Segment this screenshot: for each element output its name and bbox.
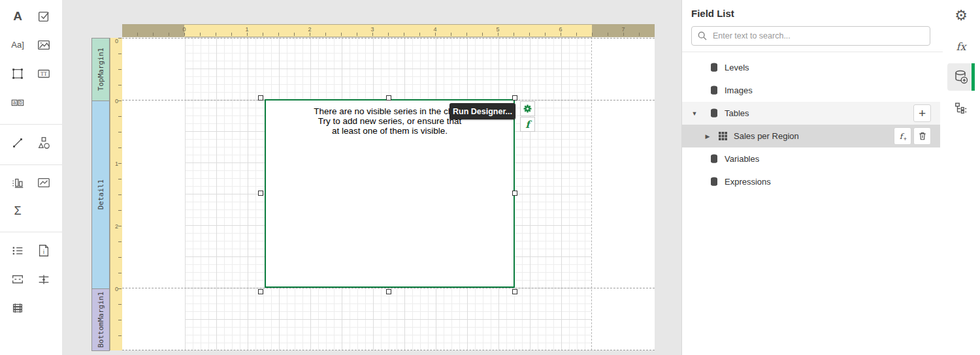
field-list-item-images[interactable]: Images <box>682 79 940 102</box>
run-designer-button[interactable]: Run Designer... <box>449 103 515 119</box>
tool-line[interactable] <box>7 132 29 154</box>
selection-handle-top-left[interactable] <box>258 95 263 100</box>
database-icon <box>710 85 719 95</box>
selection-handle-mid-right[interactable] <box>512 191 517 196</box>
report-explorer-button[interactable] <box>947 95 975 122</box>
svg-text:+: + <box>903 135 906 142</box>
tool-cross-band-line[interactable] <box>33 268 55 290</box>
expressions-button[interactable]: fx <box>947 33 975 60</box>
page-info-icon: i <box>37 243 51 258</box>
cross-band-box-icon <box>10 301 25 315</box>
tool-chart[interactable] <box>7 172 29 194</box>
tool-page-info[interactable]: i <box>33 239 55 262</box>
svg-text:i: i <box>43 249 44 255</box>
field-list-item-variables[interactable]: Variables <box>682 147 940 170</box>
design-canvas: 01234567 TopMargin1 Detail1 BottomMargin… <box>62 0 681 355</box>
band-label: TopMargin1 <box>97 48 105 91</box>
field-list-button[interactable] <box>947 63 975 91</box>
selection-handle-top-right[interactable] <box>512 95 517 100</box>
selection-handle-mid-left[interactable] <box>258 191 263 196</box>
ruler-number: 2 <box>308 26 311 33</box>
tool-rich-text[interactable]: a b <box>7 91 29 114</box>
expand-arrow-down-icon[interactable]: ▼ <box>691 110 698 117</box>
field-list-item-tables[interactable]: ▼ Tables + <box>682 102 940 125</box>
margin-line-top <box>122 38 655 39</box>
expand-arrow-right-icon[interactable]: ▶ <box>704 133 711 140</box>
tool-label[interactable]: A <box>7 5 29 27</box>
band-detail[interactable]: Detail1 <box>91 100 110 289</box>
margin-line-right <box>591 37 592 350</box>
list-icon <box>10 243 25 258</box>
tool-subreport-list[interactable] <box>7 239 29 262</box>
rich-text-icon: a b <box>10 95 25 110</box>
tool-sparkline[interactable] <box>33 172 55 194</box>
band-label: Detail1 <box>97 179 105 209</box>
ruler-number: 5 <box>496 26 499 33</box>
band-boundary-detail-bottom[interactable] <box>122 288 655 288</box>
field-list-item-sales-per-region[interactable]: ▶ Sales per Region f + <box>682 125 940 147</box>
chart-message-line-3: at least one of them is visible. <box>266 126 514 136</box>
label-icon: A <box>10 8 25 24</box>
ruler-ticks <box>123 33 654 36</box>
panel-separator <box>682 52 943 52</box>
ruler-number: 0 <box>182 26 186 33</box>
ruler-number: 0 <box>110 98 118 104</box>
item-label: Expressions <box>725 177 771 187</box>
green-formula-icon: f <box>523 119 532 130</box>
tool-picture-box[interactable] <box>33 34 55 56</box>
selection-handle-bottom-center[interactable] <box>386 289 391 294</box>
selection-handle-bottom-left[interactable] <box>258 289 263 294</box>
tool-character-comb[interactable]: Aa] <box>7 34 29 56</box>
vertical-ruler[interactable]: 00120 <box>110 38 122 350</box>
add-table-button[interactable]: + <box>913 104 931 122</box>
green-gear-icon <box>523 104 532 114</box>
tool-cross-band-box[interactable] <box>7 297 29 319</box>
table-icon: TT <box>37 67 51 81</box>
tree-icon <box>954 101 968 116</box>
ruler-number: 2 <box>110 223 118 230</box>
band-top-margin[interactable]: TopMargin1 <box>91 38 110 101</box>
sigma-icon: Σ <box>10 203 25 219</box>
smart-tag-expression-button[interactable]: f <box>520 117 535 132</box>
selection-handle-bottom-right[interactable] <box>512 289 517 294</box>
selection-handle-top-center[interactable] <box>386 95 391 100</box>
search-icon <box>697 31 708 41</box>
character-comb-icon: Aa] <box>9 37 26 53</box>
toolbox-divider <box>0 232 62 232</box>
ruler-number: 4 <box>433 26 436 33</box>
trash-icon <box>918 131 927 141</box>
database-icon <box>710 154 719 164</box>
field-list-item-expressions[interactable]: Expressions <box>682 170 940 193</box>
search-box[interactable] <box>691 26 930 46</box>
tool-checkbox[interactable] <box>33 5 55 27</box>
shape-icon <box>37 136 51 150</box>
smart-tag-settings-button[interactable] <box>520 101 535 116</box>
add-calculated-field-button[interactable]: f + <box>894 127 911 145</box>
band-label: BottomMargin1 <box>97 292 105 348</box>
toolbox-divider <box>0 124 62 125</box>
item-label: Variables <box>725 154 759 164</box>
chart-control[interactable]: There are no visible series in the chart… <box>265 99 515 288</box>
toolbox: A Aa] <box>0 0 62 355</box>
horizontal-ruler[interactable]: 01234567 <box>122 24 655 37</box>
tool-shape[interactable] <box>33 132 55 154</box>
band-bottom-margin[interactable]: BottomMargin1 <box>91 288 110 351</box>
tool-pivot-grid[interactable]: Σ <box>7 200 29 222</box>
delete-table-button[interactable] <box>913 127 931 145</box>
search-input[interactable] <box>713 31 924 40</box>
properties-button[interactable]: ⚙ <box>947 2 975 29</box>
field-list-item-levels[interactable]: Levels <box>682 56 940 79</box>
ruler-number: 7 <box>621 26 625 33</box>
tool-panel[interactable] <box>7 63 29 85</box>
ruler-number: 6 <box>559 26 562 33</box>
active-accent-bar <box>972 63 975 91</box>
item-label: Tables <box>725 108 749 118</box>
tool-page-break[interactable] <box>7 268 29 290</box>
checkbox-icon <box>37 9 51 23</box>
report-page[interactable]: There are no visible series in the chart… <box>122 37 655 350</box>
tool-table[interactable]: TT <box>33 63 55 85</box>
database-icon <box>710 63 719 72</box>
svg-text:b: b <box>20 100 23 106</box>
field-add-icon: f + <box>898 131 908 142</box>
right-toolbar: ⚙ fx <box>943 0 980 355</box>
